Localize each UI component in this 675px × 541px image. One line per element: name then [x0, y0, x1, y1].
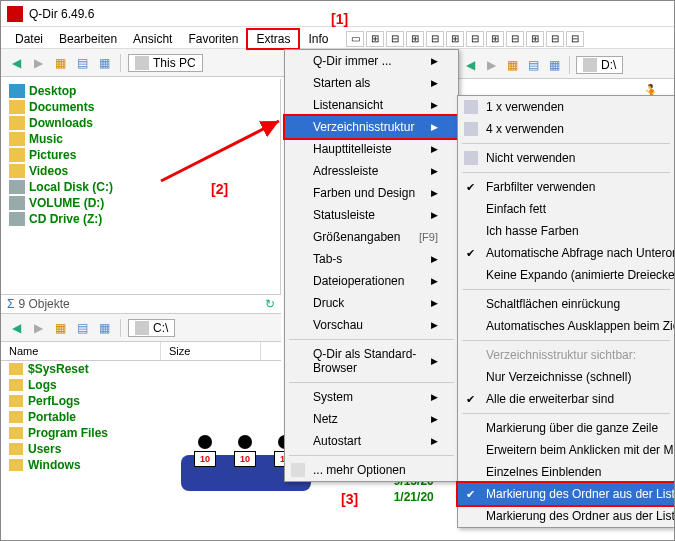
submenu-item[interactable]: ✔Alle die erweiterbar sind	[458, 388, 674, 410]
submenu-item[interactable]: Nur Verzeichnisse (schnell)	[458, 366, 674, 388]
view-icon[interactable]: ▦	[545, 56, 563, 74]
tree-label: Documents	[29, 100, 94, 114]
tree-label: Videos	[29, 164, 68, 178]
submenu-item[interactable]: Schaltflächen einrückung	[458, 293, 674, 315]
refresh-icon[interactable]: ↻	[265, 297, 275, 311]
menu-ansicht[interactable]: Ansicht	[125, 30, 180, 48]
file-row[interactable]: PerfLogs	[1, 393, 281, 409]
menu-item[interactable]: Verzeichnisstruktur▶	[285, 116, 458, 138]
menu-item[interactable]: Druck▶	[285, 292, 458, 314]
list-icon[interactable]: ▤	[524, 56, 542, 74]
submenu-item[interactable]: Automatisches Ausklappen beim Ziehen	[458, 315, 674, 337]
col-name[interactable]: Name	[1, 342, 161, 360]
back-icon[interactable]: ◀	[461, 56, 479, 74]
menu-item[interactable]: Adressleiste▶	[285, 160, 458, 182]
menu-item[interactable]: Starten als▶	[285, 72, 458, 94]
submenu-label: Nicht verwenden	[486, 151, 575, 165]
layout-icon[interactable]: ▭	[346, 31, 364, 47]
submenu-item[interactable]: 1 x verwenden	[458, 96, 674, 118]
menu-item[interactable]: Autostart▶	[285, 430, 458, 452]
menu-item[interactable]: Q-Dir immer ...▶	[285, 50, 458, 72]
menu-item[interactable]: Q-Dir als Standard-Browser▶	[285, 343, 458, 379]
tree-label: Downloads	[29, 116, 93, 130]
layout-icon[interactable]: ⊟	[546, 31, 564, 47]
tree-item[interactable]: CD Drive (Z:)	[1, 211, 280, 227]
menu-item[interactable]: Tab-s▶	[285, 248, 458, 270]
file-row[interactable]: Users	[1, 441, 281, 457]
forward-icon[interactable]: ▶	[482, 56, 500, 74]
submenu-item[interactable]: Ich hasse Farben	[458, 220, 674, 242]
address-bar-right[interactable]: D:\	[576, 56, 623, 74]
menu-item[interactable]: Statusleiste▶	[285, 204, 458, 226]
tree-item[interactable]: VOLUME (D:)	[1, 195, 280, 211]
layout-icon[interactable]: ⊟	[466, 31, 484, 47]
file-row[interactable]: Program Files	[1, 425, 281, 441]
menu-favoriten[interactable]: Favoriten	[180, 30, 246, 48]
tree-item[interactable]: Pictures	[1, 147, 280, 163]
layout-icon[interactable]: ⊟	[426, 31, 444, 47]
menu-info[interactable]: Info	[300, 30, 336, 48]
submenu-item[interactable]: 4 x verwenden	[458, 118, 674, 140]
submenu-item[interactable]: Erweitern beim Anklicken mit der Maus	[458, 439, 674, 461]
tree-item[interactable]: Documents	[1, 99, 280, 115]
submenu-item[interactable]: Keine Expando (animierte Dreiecke)	[458, 264, 674, 286]
layout-icon[interactable]: ⊟	[386, 31, 404, 47]
tree-icon[interactable]: ▦	[51, 54, 69, 72]
menu-item[interactable]: Dateioperationen▶	[285, 270, 458, 292]
submenu-item[interactable]: Einzelnes Einblenden	[458, 461, 674, 483]
list-icon[interactable]: ▤	[73, 54, 91, 72]
tree-item[interactable]: Music	[1, 131, 280, 147]
tree-icon[interactable]: ▦	[503, 56, 521, 74]
layout-icon[interactable]: ⊟	[506, 31, 524, 47]
tree-item[interactable]: Downloads	[1, 115, 280, 131]
menu-label: Druck	[313, 296, 344, 310]
layout-icon[interactable]: ⊞	[526, 31, 544, 47]
tree-icon[interactable]: ▦	[51, 319, 69, 337]
forward-icon[interactable]: ▶	[29, 319, 47, 337]
tree-item[interactable]: Local Disk (C:)	[1, 179, 280, 195]
menu-bearbeiten[interactable]: Bearbeiten	[51, 30, 125, 48]
forward-icon[interactable]: ▶	[29, 54, 47, 72]
submenu-item[interactable]: ✔Automatische Abfrage nach Unterordnern	[458, 242, 674, 264]
layout-icon[interactable]: ⊞	[446, 31, 464, 47]
menu-label: ... mehr Optionen	[313, 463, 406, 477]
menu-extras[interactable]: Extras	[246, 28, 300, 50]
file-row[interactable]: Windows	[1, 457, 281, 473]
menu-item[interactable]: ... mehr Optionen	[285, 459, 458, 481]
folder-icon	[9, 100, 25, 114]
menu-item[interactable]: System▶	[285, 386, 458, 408]
submenu-label: Markierung des Ordner aus der Listenansi…	[486, 509, 674, 523]
menu-item[interactable]: Netz▶	[285, 408, 458, 430]
submenu-item[interactable]: Nicht verwenden	[458, 147, 674, 169]
file-row[interactable]: Logs	[1, 377, 281, 393]
col-size[interactable]: Size	[161, 342, 261, 360]
submenu-item[interactable]: Markierung des Ordner aus der Listenansi…	[458, 505, 674, 527]
submenu-arrow-icon: ▶	[431, 298, 438, 308]
menu-item[interactable]: Größenangaben[F9]	[285, 226, 458, 248]
back-icon[interactable]: ◀	[7, 319, 25, 337]
back-icon[interactable]: ◀	[7, 54, 25, 72]
menu-item[interactable]: Vorschau▶	[285, 314, 458, 336]
menu-item[interactable]: Haupttitelleiste▶	[285, 138, 458, 160]
layout-icon[interactable]: ⊞	[486, 31, 504, 47]
tree-item[interactable]: Videos	[1, 163, 280, 179]
layout-icon[interactable]: ⊞	[406, 31, 424, 47]
submenu-item[interactable]: Markierung über die ganze Zeile	[458, 417, 674, 439]
option-icon	[464, 100, 478, 114]
menu-item[interactable]: Listenansicht▶	[285, 94, 458, 116]
address-bar-bottom[interactable]: C:\	[128, 319, 175, 337]
view-icon[interactable]: ▦	[95, 54, 113, 72]
submenu-item[interactable]: Einfach fett	[458, 198, 674, 220]
submenu-item[interactable]: ✔Markierung des Ordner aus der Listenans…	[458, 483, 674, 505]
file-row[interactable]: Portable	[1, 409, 281, 425]
address-bar[interactable]: This PC	[128, 54, 203, 72]
menu-item[interactable]: Farben und Design▶	[285, 182, 458, 204]
submenu-item[interactable]: ✔Farbfilter verwenden	[458, 176, 674, 198]
file-row[interactable]: $SysReset	[1, 361, 281, 377]
tree-item[interactable]: Desktop	[1, 83, 280, 99]
list-icon[interactable]: ▤	[73, 319, 91, 337]
layout-icon[interactable]: ⊟	[566, 31, 584, 47]
layout-icon[interactable]: ⊞	[366, 31, 384, 47]
view-icon[interactable]: ▦	[95, 319, 113, 337]
menu-datei[interactable]: Datei	[7, 30, 51, 48]
